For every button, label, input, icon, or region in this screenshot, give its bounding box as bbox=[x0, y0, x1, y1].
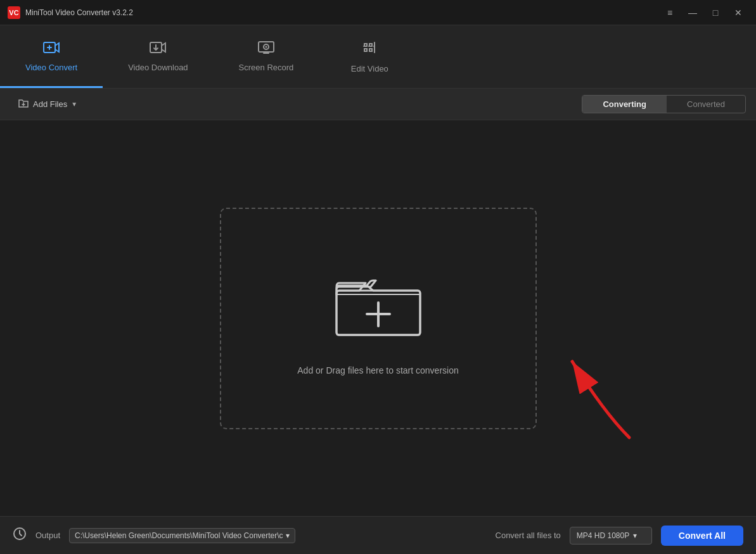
main-content: Add or Drag files here to start conversi… bbox=[0, 120, 756, 516]
window-controls: ≡ — □ ✕ bbox=[660, 5, 748, 20]
nav-tab-video-download[interactable]: Video Download bbox=[103, 25, 213, 88]
edit-video-icon bbox=[361, 39, 378, 60]
nav-tab-video-convert-label: Video Convert bbox=[25, 63, 77, 72]
nav-tab-screen-record[interactable]: Screen Record bbox=[214, 25, 319, 88]
nav-bar: Video Convert Video Download Screen Reco… bbox=[0, 25, 756, 89]
converted-tab[interactable]: Converted bbox=[667, 96, 745, 113]
nav-tab-video-download-label: Video Download bbox=[128, 63, 188, 72]
add-files-button[interactable]: Add Files ▼ bbox=[10, 94, 85, 115]
menu-button[interactable]: ≡ bbox=[660, 5, 680, 20]
title-bar: VC MiniTool Video Converter v3.2.2 ≡ — □… bbox=[0, 0, 756, 25]
drop-zone-text: Add or Drag files here to start conversi… bbox=[297, 365, 458, 375]
red-arrow-icon bbox=[553, 336, 642, 463]
footer: Output C:\Users\Helen Green\Documents\Mi… bbox=[0, 516, 756, 554]
maximize-button[interactable]: □ bbox=[705, 5, 726, 20]
output-path-dropdown-arrow: ▾ bbox=[286, 531, 290, 540]
convert-all-to-label: Convert all files to bbox=[496, 531, 561, 540]
format-dropdown-arrow: ▾ bbox=[633, 531, 637, 540]
arrow-container bbox=[553, 336, 642, 465]
add-files-icon bbox=[18, 98, 29, 111]
add-files-label: Add Files bbox=[33, 99, 67, 109]
format-selector[interactable]: MP4 HD 1080P ▾ bbox=[570, 527, 652, 545]
nav-tab-video-convert[interactable]: Video Convert bbox=[0, 25, 103, 88]
app-logo: VC bbox=[8, 6, 20, 19]
title-bar-left: VC MiniTool Video Converter v3.2.2 bbox=[8, 6, 133, 19]
video-convert-icon bbox=[42, 40, 60, 59]
output-label: Output bbox=[35, 531, 60, 540]
screen-record-icon bbox=[257, 40, 275, 59]
drop-zone[interactable]: Add or Drag files here to start conversi… bbox=[220, 208, 537, 429]
nav-tab-edit-video-label: Edit Video bbox=[351, 64, 388, 73]
toolbar: Add Files ▼ Converting Converted bbox=[0, 89, 756, 120]
format-label: MP4 HD 1080P bbox=[577, 531, 629, 540]
convert-all-button[interactable]: Convert All bbox=[661, 526, 743, 546]
folder-icon-container bbox=[328, 261, 429, 353]
nav-tab-screen-record-label: Screen Record bbox=[239, 63, 294, 72]
add-files-dropdown-arrow: ▼ bbox=[71, 101, 77, 108]
close-button[interactable]: ✕ bbox=[728, 5, 748, 20]
folder-add-icon bbox=[328, 261, 429, 350]
output-path-text: C:\Users\Helen Green\Documents\MiniTool … bbox=[75, 531, 283, 540]
svg-point-4 bbox=[265, 46, 267, 47]
clock-icon bbox=[13, 527, 27, 544]
converting-tab[interactable]: Converting bbox=[582, 96, 667, 113]
converting-converted-tabs: Converting Converted bbox=[582, 95, 746, 113]
video-download-icon bbox=[149, 40, 167, 59]
app-title: MiniTool Video Converter v3.2.2 bbox=[25, 8, 133, 17]
minimize-button[interactable]: — bbox=[682, 5, 703, 20]
output-path-selector[interactable]: C:\Users\Helen Green\Documents\MiniTool … bbox=[69, 528, 295, 543]
nav-tab-edit-video[interactable]: Edit Video bbox=[319, 25, 420, 88]
